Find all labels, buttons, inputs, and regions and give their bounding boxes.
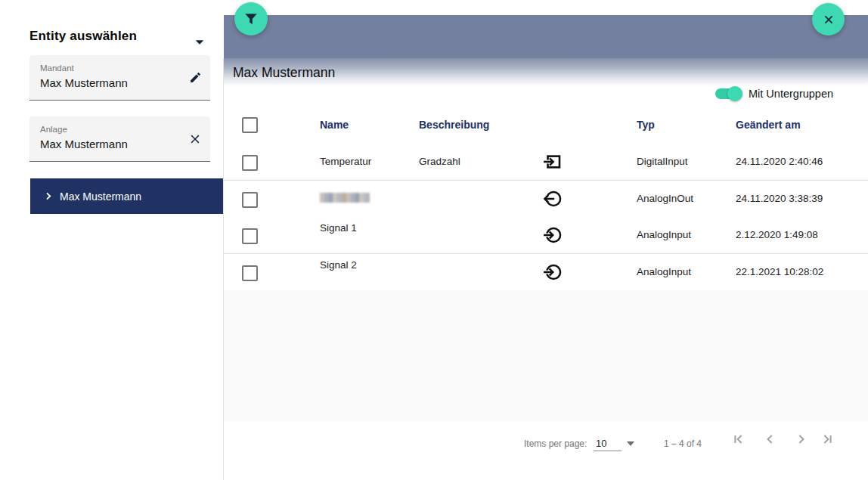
analog-input-icon (543, 225, 563, 245)
cell-name: Temperatur (320, 156, 371, 167)
subgroups-toggle[interactable] (715, 86, 742, 101)
paginator: Items per page: 10 1 – 4 of 4 (224, 422, 868, 480)
close-x-icon (821, 12, 836, 27)
row-checkbox[interactable] (242, 265, 258, 281)
cell-geaendert-am: 2.12.2020 1:49:08 (736, 229, 818, 240)
cell-typ: AnalogInOut (637, 193, 693, 204)
panel-toolbar (224, 15, 868, 58)
anlage-value: Max Mustermann (40, 138, 128, 150)
page-title: Max Mustermann (233, 65, 335, 81)
next-page-icon[interactable] (792, 430, 811, 448)
cell-name (320, 193, 370, 205)
cell-geaendert-am: 22.1.2021 10:28:02 (736, 266, 823, 277)
page-range-label: 1 – 4 of 4 (664, 438, 702, 449)
column-header-name: Name (320, 119, 349, 131)
cell-name: Signal 2 (320, 259, 357, 271)
anlage-field[interactable]: Anlage Max Mustermann (29, 116, 210, 162)
row-checkbox[interactable] (242, 228, 258, 244)
filter-button[interactable] (234, 2, 268, 36)
clear-x-icon[interactable] (188, 132, 202, 146)
redacted-name (320, 193, 370, 203)
table-empty-area (224, 290, 868, 422)
table-row[interactable]: AnalogInOut24.11.2020 3:38:39 (224, 181, 868, 218)
entity-select-dropdown[interactable]: Entity auswählen (29, 29, 211, 45)
subgroups-toggle-label: Mit Untergruppen (749, 88, 833, 100)
first-page-icon[interactable] (729, 430, 747, 448)
row-checkbox[interactable] (242, 155, 258, 171)
column-header-typ: Typ (637, 119, 655, 131)
close-button[interactable] (812, 3, 845, 36)
entity-select-title: Entity auswählen (29, 29, 137, 43)
page-size-select[interactable]: 10 (596, 438, 606, 449)
sidebar-item-label: Max Mustermann (60, 190, 141, 203)
toggle-thumb (727, 86, 742, 101)
cell-typ: DigitalInput (637, 156, 688, 167)
table-row[interactable]: Signal 2AnalogInput22.1.2021 10:28:02 (224, 254, 868, 291)
filter-funnel-icon (243, 11, 259, 27)
caret-down-icon (195, 35, 204, 48)
analog-inout-icon (543, 189, 563, 209)
analog-input-icon (543, 262, 563, 282)
cell-geaendert-am: 24.11.2020 3:38:39 (736, 193, 823, 204)
mandant-label: Mandant (40, 63, 74, 73)
cell-typ: AnalogInput (637, 229, 691, 240)
table-row[interactable]: Signal 1AnalogInput2.12.2020 1:49:08 (224, 217, 868, 254)
cell-typ: AnalogInput (637, 266, 691, 277)
items-per-page-label: Items per page: (524, 438, 587, 449)
select-all-checkbox[interactable] (242, 117, 258, 133)
previous-page-icon[interactable] (761, 430, 779, 448)
sidebar-item-max-mustermann[interactable]: Max Mustermann (30, 178, 223, 214)
entity-sidebar: Entity auswählen Mandant Max Mustermann … (0, 0, 223, 480)
column-header-beschreibung: Beschreibung (419, 119, 489, 131)
page-size-caret-icon[interactable] (627, 441, 634, 446)
mandant-value: Max Mustermann (40, 76, 128, 89)
edit-pencil-icon[interactable] (189, 71, 202, 84)
digital-input-icon (543, 152, 563, 172)
last-page-icon[interactable] (819, 430, 837, 448)
cell-geaendert-am: 24.11.2020 2:40:46 (736, 156, 823, 167)
signals-panel: Max Mustermann Mit Untergruppen Name Bes… (224, 0, 868, 480)
page-size-underline (594, 451, 622, 451)
cell-name: Signal 1 (320, 222, 357, 234)
column-header-geaendert-am: Geändert am (736, 119, 801, 131)
table-header: Name Beschreibung Typ Geändert am (224, 108, 868, 144)
row-checkbox[interactable] (242, 192, 258, 208)
mandant-field[interactable]: Mandant Max Mustermann (29, 55, 210, 101)
anlage-label: Anlage (40, 125, 67, 134)
chevron-right-icon[interactable] (43, 190, 54, 202)
cell-beschreibung: Gradzahl (419, 156, 460, 167)
table-row[interactable]: TemperaturGradzahlDigitalInput24.11.2020… (224, 144, 868, 181)
screen: Entity auswählen Mandant Max Mustermann … (0, 0, 868, 480)
